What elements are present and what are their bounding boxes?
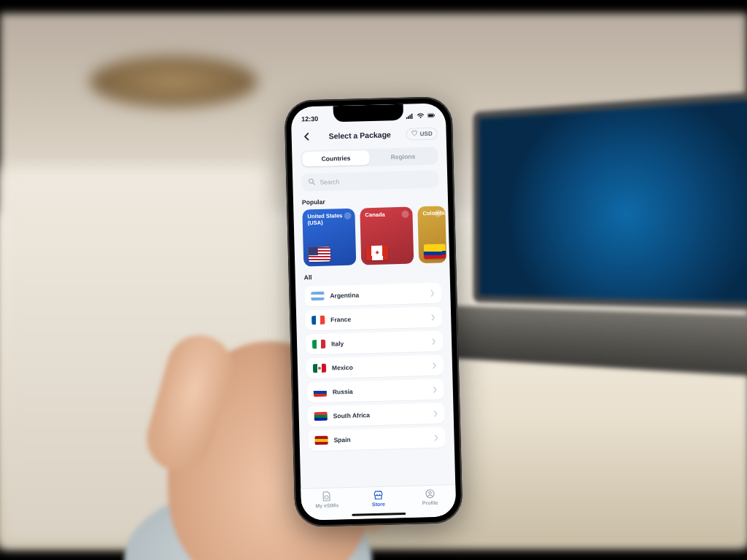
svg-rect-5 [325, 496, 328, 499]
phone-device: 12:30 Select a Package [284, 96, 462, 527]
tab-my-esims[interactable]: My eSIMs [301, 491, 353, 521]
country-list[interactable]: ArgentinaFranceItalyMexicoRussiaSouth Af… [304, 283, 446, 489]
currency-label: USD [420, 130, 433, 136]
chevron-right-icon [433, 431, 438, 444]
app-header: Select a Package USD [291, 123, 446, 148]
tab-regions[interactable]: Regions [369, 149, 436, 165]
flag-icon [313, 364, 326, 373]
flag-icon [311, 292, 324, 300]
page-title: Select a Package [328, 130, 391, 140]
chevron-right-icon [430, 287, 435, 300]
flag-icon [312, 340, 325, 349]
chevron-right-icon [433, 383, 438, 396]
search-input[interactable]: Search [301, 171, 439, 192]
svg-point-7 [428, 491, 431, 494]
svg-rect-1 [428, 114, 433, 116]
tab-countries[interactable]: Countries [302, 150, 369, 166]
country-row[interactable]: France [305, 307, 443, 331]
flag-icon [314, 388, 327, 397]
brand-badge-icon [344, 212, 351, 219]
chevron-right-icon [430, 311, 436, 324]
heart-icon [411, 130, 418, 138]
section-all-label: All [304, 271, 441, 281]
flag-icon: ✦ [366, 245, 389, 260]
brand-badge-icon [401, 211, 409, 218]
tab-label: My eSIMs [315, 502, 338, 508]
chevron-right-icon [431, 335, 436, 348]
country-name: Spain [333, 434, 427, 443]
back-button[interactable] [300, 130, 313, 143]
country-row[interactable]: Argentina [304, 283, 442, 307]
signal-icon [406, 112, 414, 120]
flag-icon [311, 316, 325, 324]
country-name: France [330, 314, 425, 323]
background-drawers [0, 168, 269, 544]
country-row[interactable]: Russia [307, 379, 445, 403]
background-basket [90, 56, 258, 107]
battery-icon [427, 112, 436, 120]
chevron-right-icon [432, 359, 437, 372]
country-name: Mexico [332, 362, 426, 371]
country-name: South Africa [333, 410, 427, 419]
phone-notch [333, 104, 404, 122]
country-name: Russia [333, 386, 427, 395]
store-icon [373, 490, 383, 501]
svg-rect-2 [434, 114, 435, 116]
popular-card[interactable]: United States (USA) [302, 209, 356, 267]
country-row[interactable]: Spain [308, 427, 446, 451]
segmented-control: Countries Regions [301, 147, 438, 168]
country-row[interactable]: Italy [306, 331, 444, 355]
background-laptop [473, 90, 747, 405]
popular-carousel[interactable]: United States (USA)Canada✦Colombia [293, 206, 449, 267]
flag-icon [314, 436, 328, 445]
tab-label: Store [372, 502, 385, 507]
svg-line-4 [313, 183, 315, 185]
country-name: Italy [331, 338, 425, 347]
country-row[interactable]: South Africa [307, 402, 445, 427]
app-screen: 12:30 Select a Package [291, 103, 457, 520]
tab-label: Profile [422, 500, 438, 506]
chevron-right-icon [433, 407, 438, 420]
sim-icon [322, 491, 332, 502]
search-icon [308, 178, 315, 187]
flag-icon [309, 247, 331, 262]
popular-card[interactable]: Colombia [417, 206, 446, 263]
svg-point-3 [309, 179, 314, 183]
section-popular-label: Popular [302, 195, 439, 206]
status-time: 12:30 [301, 115, 318, 123]
country-row[interactable]: Mexico [306, 355, 444, 379]
flag-icon [314, 412, 328, 421]
country-name: Argentina [330, 289, 424, 299]
wifi-icon [417, 112, 425, 120]
popular-card[interactable]: Canada✦ [360, 207, 414, 265]
tab-profile[interactable]: Profile [404, 488, 457, 518]
search-placeholder: Search [320, 178, 339, 186]
flag-icon [424, 244, 446, 259]
currency-selector[interactable]: USD [406, 127, 438, 140]
profile-icon [425, 489, 435, 499]
